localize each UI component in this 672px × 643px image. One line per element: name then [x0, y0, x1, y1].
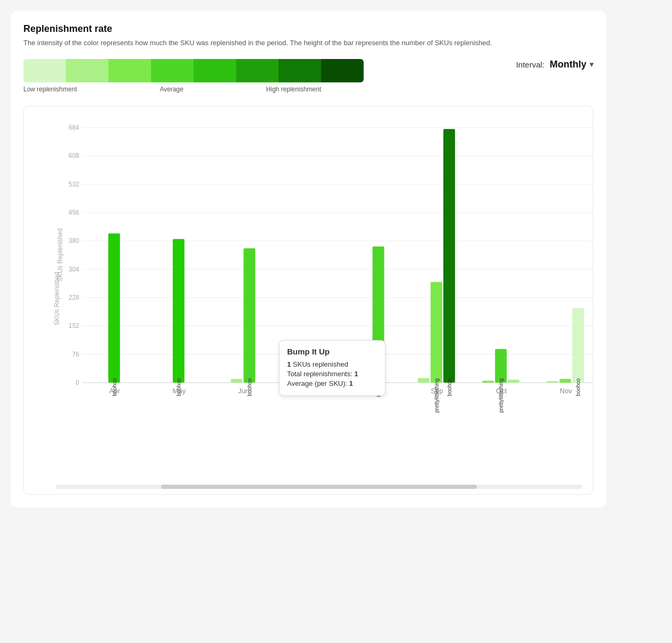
bar	[418, 378, 430, 382]
bar	[231, 378, 242, 382]
legend-colors: Low replenishment Average High replenish…	[23, 59, 364, 93]
month-label: Sep	[431, 387, 443, 395]
legend-low-label: Low replenishment	[23, 86, 77, 93]
interval-value: Monthly	[550, 59, 586, 70]
svg-text:prettylittlething: prettylittlething	[498, 378, 504, 412]
swatch-2	[108, 59, 151, 82]
swatch-3	[151, 59, 194, 82]
tooltip-title: Bump It Up	[287, 347, 377, 356]
svg-text:684: 684	[69, 124, 79, 131]
svg-text:380: 380	[69, 237, 79, 244]
bar	[482, 380, 494, 383]
svg-text:boohoo: boohoo	[447, 378, 452, 396]
bar	[243, 248, 255, 383]
swatch-1	[66, 59, 108, 82]
bar	[559, 378, 571, 382]
tooltip-line-3: Average (per SKU): 1	[287, 379, 377, 387]
page-title: Replenishment rate	[23, 23, 593, 35]
svg-text:532: 532	[69, 180, 79, 188]
legend-labels: Low replenishment Average High replenish…	[23, 86, 321, 93]
bar	[443, 129, 455, 382]
main-container: Replenishment rate The intensity of the …	[11, 11, 606, 507]
scrollbar[interactable]	[56, 485, 582, 489]
tooltip-line-1: 1 SKUs replenished	[287, 360, 377, 368]
interval-dropdown[interactable]: Monthly ▾	[550, 59, 593, 70]
month-label: Oct	[496, 387, 507, 395]
svg-text:152: 152	[69, 322, 79, 329]
chart-svg: 684608532456380304228152760boohooAprbooh…	[56, 117, 593, 478]
svg-text:boohoo: boohoo	[575, 378, 581, 396]
svg-text:304: 304	[69, 265, 79, 273]
swatch-4	[194, 59, 236, 82]
month-label: May	[173, 387, 186, 395]
svg-text:228: 228	[69, 294, 79, 301]
y-axis-label: SKUs Replenished	[53, 272, 61, 325]
svg-text:prettylittlething: prettylittlething	[434, 378, 440, 412]
bar	[431, 282, 442, 382]
bar	[173, 239, 184, 382]
svg-text:0: 0	[75, 379, 79, 386]
interval-label: Interval:	[516, 60, 544, 69]
swatch-6	[279, 59, 321, 82]
bar	[495, 349, 507, 382]
svg-text:456: 456	[69, 209, 79, 216]
page-subtitle: The intensity of the color represents ho…	[23, 38, 593, 48]
svg-text:608: 608	[69, 152, 79, 159]
swatch-0	[23, 59, 66, 82]
legend-row: Low replenishment Average High replenish…	[23, 59, 593, 93]
tooltip-line-2: Total replenishments: 1	[287, 370, 377, 378]
month-label: Apr	[110, 387, 121, 395]
month-label: Nov	[560, 387, 573, 395]
swatch-5	[236, 59, 279, 82]
legend-high-label: High replenishment	[266, 86, 321, 93]
color-swatches	[23, 59, 364, 82]
bar	[547, 381, 558, 383]
swatch-7	[321, 59, 364, 82]
tooltip: Bump It Up 1 SKUs replenished Total repl…	[279, 340, 385, 396]
interval-selector: Interval: Monthly ▾	[516, 59, 593, 70]
bar	[108, 233, 120, 383]
svg-text:76: 76	[72, 350, 80, 358]
chevron-down-icon: ▾	[590, 60, 593, 69]
month-label: Jun	[238, 387, 249, 395]
bar	[572, 308, 584, 382]
scrollbar-thumb[interactable]	[161, 485, 477, 489]
bar	[508, 379, 519, 383]
chart-container: SKUs Replenished 68460853245638030422815…	[23, 106, 593, 495]
legend-avg-label: Average	[159, 86, 183, 93]
